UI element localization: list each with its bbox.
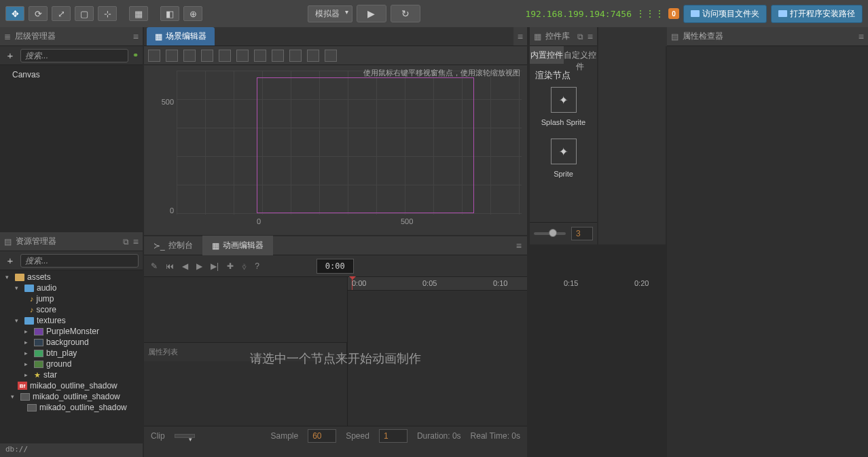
assets-panel: ▤ 资源管理器 ⧉ ≡ + 搜索... ▾assets ▾audio ♪jump… — [0, 232, 143, 442]
distribute-v-button[interactable] — [272, 50, 284, 62]
time-ruler[interactable]: 0:00 0:05 0:10 0:15 0:20 — [348, 277, 527, 291]
widget-item[interactable]: ✦ Sprite — [551, 139, 577, 178]
connection-badge: 0 — [668, 8, 679, 19]
panel-title: 属性检查器 — [683, 31, 854, 42]
align-top-button[interactable] — [201, 50, 213, 62]
align-bottom-button[interactable] — [236, 50, 249, 62]
assets-icon: ▤ — [4, 237, 12, 246]
panel-menu-icon[interactable]: ≡ — [518, 31, 523, 42]
animation-toolbar: ✎ ⏮ ◀ ▶ ▶| ✚ ⎀ ? 0:00 — [144, 255, 527, 277]
scene-hint: 使用鼠标右键平移视窗焦点，使用滚轮缩放视图 — [363, 68, 520, 78]
add-asset-button[interactable]: + — [4, 255, 16, 267]
distribute-button[interactable] — [289, 50, 302, 62]
refresh-button[interactable]: ↻ — [391, 5, 420, 22]
gizmo-tool-button[interactable]: ◧ — [160, 6, 179, 21]
tree-node-canvas[interactable]: Canvas — [0, 68, 143, 81]
popout-icon[interactable]: ⧉ — [123, 237, 129, 246]
scene-editor-panel: ▦ 场景编辑器 ≡ 使用鼠标右键 — [144, 27, 527, 235]
top-toolbar: ✥ ⟳ ⤢ ▢ ⊹ ▦ ◧ ⊕ 模拟器 ▶ ↻ 192.168.199.194:… — [0, 0, 868, 27]
console-tab[interactable]: ≻_控制台 — [144, 236, 202, 255]
design-frame — [257, 77, 474, 213]
panel-menu-icon[interactable]: ≡ — [858, 31, 864, 42]
time-mark: 0:15 — [564, 279, 578, 287]
space-h-button[interactable] — [307, 50, 319, 62]
first-frame-button[interactable]: ⏮ — [166, 261, 174, 271]
asset-item[interactable]: ▾mikado_outline_shadow — [0, 391, 143, 402]
asset-item[interactable]: ▸★star — [0, 369, 143, 380]
space-v-button[interactable] — [325, 50, 337, 62]
status-bar: db:// — [0, 443, 143, 457]
help-button[interactable]: ? — [255, 261, 259, 271]
hierarchy-tree[interactable]: Canvas — [0, 65, 143, 231]
edit-icon[interactable]: ✎ — [151, 261, 158, 271]
panel-title: 控件库 — [545, 31, 573, 42]
rotate-tool-button[interactable]: ⟳ — [29, 6, 48, 21]
panel-title: 资源管理器 — [16, 236, 119, 247]
move-tool-button[interactable]: ✥ — [5, 6, 24, 21]
axis-tick: 500 — [401, 217, 413, 225]
sprite-icon: ✦ — [551, 87, 577, 113]
panel-menu-icon[interactable]: ≡ — [133, 236, 139, 247]
zoom-value-input[interactable]: 3 — [571, 227, 593, 240]
asset-item[interactable]: ▸PurpleMonster — [0, 326, 143, 337]
asset-item[interactable]: ♪score — [0, 304, 143, 315]
insert-button[interactable]: ⎀ — [242, 261, 247, 271]
asset-item[interactable]: mikado_outline_shadow — [0, 402, 143, 413]
widget-item[interactable]: ✦ Splash Sprite — [541, 87, 585, 126]
play-anim-button[interactable]: ▶ — [196, 261, 202, 271]
asset-item[interactable]: ▸background — [0, 337, 143, 348]
align-tool-button[interactable]: ▦ — [129, 6, 148, 21]
time-mark: 0:00 — [352, 279, 366, 287]
panel-menu-icon[interactable]: ≡ — [587, 31, 593, 42]
timeline[interactable]: 0:00 0:05 0:10 0:15 0:20 请选中一个节点来开始动画制作 — [348, 277, 527, 426]
axis-tick: 500 — [162, 98, 174, 106]
hierarchy-search-input[interactable]: 搜索... — [20, 49, 128, 62]
asset-item[interactable]: ♪jump — [0, 293, 143, 304]
open-project-folder-button[interactable]: 访问项目文件夹 — [683, 5, 767, 23]
next-frame-button[interactable]: ▶| — [211, 261, 219, 271]
scene-tab[interactable]: ▦ 场景编辑器 — [147, 27, 215, 45]
asset-folder-root[interactable]: ▾assets — [0, 272, 143, 282]
wifi-icon: ⋮⋮⋮ — [636, 8, 664, 19]
rect-tool-button[interactable]: ▢ — [75, 6, 94, 21]
link-icon[interactable]: ⚭ — [132, 51, 139, 60]
scene-canvas[interactable]: 使用鼠标右键平移视窗焦点，使用滚轮缩放视图 500 0 0 500 1,000 — [144, 65, 527, 235]
add-node-button[interactable]: + — [4, 50, 16, 62]
align-right-button[interactable] — [183, 50, 196, 62]
sample-input[interactable]: 60 — [308, 429, 336, 443]
asset-item[interactable]: ▸ground — [0, 359, 143, 369]
speed-label: Speed — [346, 431, 369, 441]
anchor-tool-button[interactable]: ⊹ — [98, 6, 117, 21]
panel-menu-icon[interactable]: ≡ — [516, 240, 527, 251]
distribute-h-button[interactable] — [254, 50, 266, 62]
zoom-slider[interactable] — [534, 232, 566, 235]
animation-tab[interactable]: ▦动画编辑器 — [202, 236, 273, 255]
align-middle-button[interactable] — [219, 50, 231, 62]
world-tool-button[interactable]: ⊕ — [183, 6, 202, 21]
speed-input[interactable]: 1 — [379, 429, 408, 443]
panel-menu-icon[interactable]: ≡ — [133, 31, 139, 42]
preview-target-select[interactable]: 模拟器 — [308, 5, 352, 22]
inspector-panel: ▤ 属性检查器 ≡ — [667, 27, 868, 457]
hierarchy-icon: ≣ — [4, 32, 11, 41]
popout-icon[interactable]: ⧉ — [577, 32, 583, 41]
builtin-widgets-tab[interactable]: 内置控件 — [530, 46, 564, 64]
open-install-path-button[interactable]: 打开程序安装路径 — [771, 5, 863, 23]
add-keyframe-button[interactable]: ✚ — [227, 261, 234, 271]
align-left-button[interactable] — [148, 50, 160, 62]
asset-item[interactable]: Bfmikado_outline_shadow — [0, 380, 143, 391]
clip-select[interactable] — [175, 434, 195, 438]
assets-tree[interactable]: ▾assets ▾audio ♪jump ♪score ▾textures ▸P… — [0, 270, 143, 442]
scale-tool-button[interactable]: ⤢ — [52, 6, 71, 21]
prev-frame-button[interactable]: ◀ — [182, 261, 188, 271]
asset-item[interactable]: ▸btn_play — [0, 348, 143, 359]
axis-tick: 0 — [257, 217, 261, 225]
custom-widgets-tab[interactable]: 自定义控件 — [564, 46, 598, 64]
play-button[interactable]: ▶ — [357, 5, 386, 22]
scene-toolbar — [144, 46, 527, 65]
assets-search-input[interactable]: 搜索... — [20, 254, 139, 268]
sprite-icon: ✦ — [551, 139, 577, 164]
asset-folder-audio[interactable]: ▾audio — [0, 282, 143, 293]
asset-folder-textures[interactable]: ▾textures — [0, 315, 143, 326]
align-center-button[interactable] — [166, 50, 178, 62]
